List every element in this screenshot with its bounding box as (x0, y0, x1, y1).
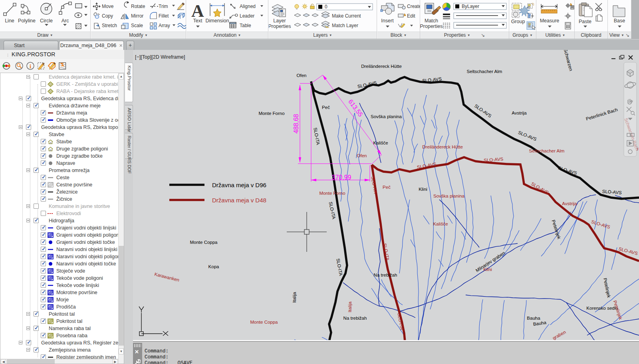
svg-text:Sovška planina: Sovška planina (371, 114, 402, 119)
svg-text:Kopa: Kopa (208, 264, 219, 269)
svg-text:SLO-ITA: SLO-ITA (335, 258, 343, 277)
svg-text:Na trebižah: Na trebižah (343, 316, 367, 320)
svg-text:SLO-AVS: SLO-AVS (558, 165, 578, 176)
svg-text:Create: Create (407, 4, 420, 9)
svg-text:Mirror: Mirror (131, 13, 143, 19)
svg-text:Group: Group (511, 19, 525, 24)
svg-text:Leader: Leader (240, 13, 254, 19)
svg-text:Stretch: Stretch (102, 23, 117, 28)
svg-text:Fillet: Fillet (159, 13, 169, 19)
svg-text:Avstrija: Avstrija (562, 201, 577, 206)
svg-text:Seltschacher Alm: Seltschacher Alm (529, 148, 565, 153)
svg-text:Seltschacher Alm: Seltschacher Alm (467, 69, 502, 74)
svg-text:Italija: Italija (347, 301, 352, 312)
svg-text:[−][Top][2D Wireframe]: [−][Top][2D Wireframe] (135, 54, 185, 60)
svg-text:Layer: Layer (273, 18, 286, 24)
svg-text:Sovška planina: Sovška planina (433, 194, 465, 198)
svg-text:i: i (30, 63, 31, 69)
svg-text:Monte Coppa: Monte Coppa (250, 320, 278, 324)
svg-text:488,68: 488,68 (293, 114, 300, 133)
svg-text:Text: Text (193, 18, 202, 24)
svg-text:Properties: Properties (420, 24, 443, 29)
svg-text:Aligned: Aligned (240, 4, 256, 9)
svg-text:Schwarzen: Schwarzen (563, 50, 574, 71)
svg-text:Base: Base (614, 18, 625, 24)
svg-text:Peterlinick Bach: Peterlinick Bach (585, 107, 618, 121)
svg-text:ByLayer: ByLayer (462, 4, 479, 9)
svg-text:Dreiländereck Hütte: Dreiländereck Hütte (422, 144, 463, 149)
svg-text:Državna meja v D48: Državna meja v D48 (212, 197, 266, 204)
svg-text:SLO-AVS: SLO-AVS (591, 219, 611, 229)
svg-text:Edit: Edit (407, 13, 415, 19)
svg-text:Bauha: Bauha (527, 316, 540, 320)
svg-text:Make Current: Make Current (332, 13, 361, 19)
svg-text:Petelinjek: Petelinjek (603, 278, 611, 299)
svg-text:Peč: Peč (383, 185, 391, 190)
svg-text:Match Layer: Match Layer (332, 23, 358, 28)
svg-text:Measure: Measure (540, 18, 560, 24)
svg-text:Monte Coppa: Monte Coppa (190, 240, 218, 245)
svg-text:Paste: Paste (579, 19, 591, 24)
svg-text:SLO-ITA: SLO-ITA (370, 176, 378, 194)
svg-text:370,99: 370,99 (332, 174, 351, 181)
svg-text:SLO-AVS: SLO-AVS (518, 130, 538, 142)
svg-text:Scale: Scale (131, 23, 143, 28)
svg-text:Dimension: Dimension (205, 18, 229, 24)
svg-text:Italija: Italija (292, 292, 297, 303)
svg-text:Korensko sedlo: Korensko sedlo (586, 306, 618, 311)
svg-text:Klini: Klini (419, 187, 427, 192)
svg-text:Peč: Peč (322, 105, 330, 110)
svg-text:Move: Move (102, 4, 114, 9)
svg-text:Petelinjek: Petelinjek (551, 219, 562, 239)
svg-text:Table: Table (240, 23, 251, 28)
svg-text:Polyline: Polyline (18, 18, 36, 24)
svg-text:Ofen: Ofen (357, 153, 367, 158)
svg-text:SLO-AVS: SLO-AVS (484, 156, 504, 162)
svg-text:Monte Forno: Monte Forno (319, 191, 345, 196)
svg-text:Na trebižah: Na trebižah (374, 273, 397, 277)
svg-text:Array: Array (159, 23, 170, 28)
svg-text:Arc: Arc (62, 18, 69, 24)
svg-text:SLO-ITA: SLO-ITA (328, 201, 336, 220)
svg-text:Monte Forno: Monte Forno (258, 111, 284, 116)
svg-text:SLO-AVS: SLO-AVS (602, 189, 622, 195)
svg-text:Avstrija: Avstrija (512, 111, 527, 115)
svg-text:Match: Match (425, 18, 438, 24)
svg-text:Kališče: Kališče (433, 222, 448, 226)
svg-text:Properties: Properties (269, 24, 291, 29)
svg-text:SLO-ITA: SLO-ITA (313, 127, 320, 146)
svg-text:Ofen: Ofen (297, 73, 307, 78)
svg-text:Insert: Insert (381, 18, 394, 24)
svg-text:SLO-AVS: SLO-AVS (474, 103, 492, 119)
svg-text:Državna meja v D96: Državna meja v D96 (212, 182, 266, 188)
svg-text:Rotate: Rotate (131, 4, 145, 9)
svg-text:SLO-ITA: SLO-ITA (397, 313, 404, 331)
svg-text:Line: Line (5, 18, 14, 24)
svg-text:Kališče: Kališče (373, 140, 388, 145)
svg-text:graben: graben (552, 330, 566, 340)
svg-text:Dreiländereck Hütte: Dreiländereck Hütte (361, 64, 402, 69)
svg-text:Trim: Trim (159, 4, 168, 9)
svg-text:Karawanken: Karawanken (154, 272, 180, 283)
svg-text:Klini: Klini (483, 267, 492, 272)
svg-text:Bauha: Bauha (533, 320, 547, 327)
svg-text:Copy: Copy (102, 13, 113, 19)
svg-text:0: 0 (325, 4, 327, 10)
svg-text:Circle: Circle (40, 18, 53, 24)
